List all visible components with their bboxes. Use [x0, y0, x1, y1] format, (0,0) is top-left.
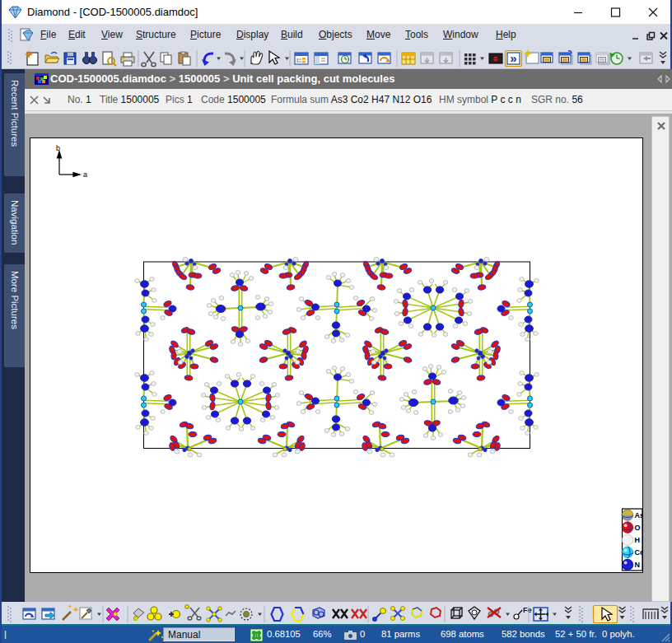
- svg-text:N: N: [635, 561, 641, 569]
- svg-text:b: b: [56, 144, 60, 152]
- svg-text:✦: ✦: [68, 603, 72, 609]
- svg-text:As: As: [635, 511, 643, 520]
- svg-text:»: »: [510, 51, 516, 65]
- svg-text:Co: Co: [635, 548, 643, 557]
- svg-text:✦: ✦: [72, 605, 79, 614]
- svg-text:O: O: [635, 524, 641, 532]
- svg-text:Fe: Fe: [523, 606, 532, 614]
- svg-text:a: a: [83, 170, 87, 179]
- svg-text:H: H: [635, 536, 641, 544]
